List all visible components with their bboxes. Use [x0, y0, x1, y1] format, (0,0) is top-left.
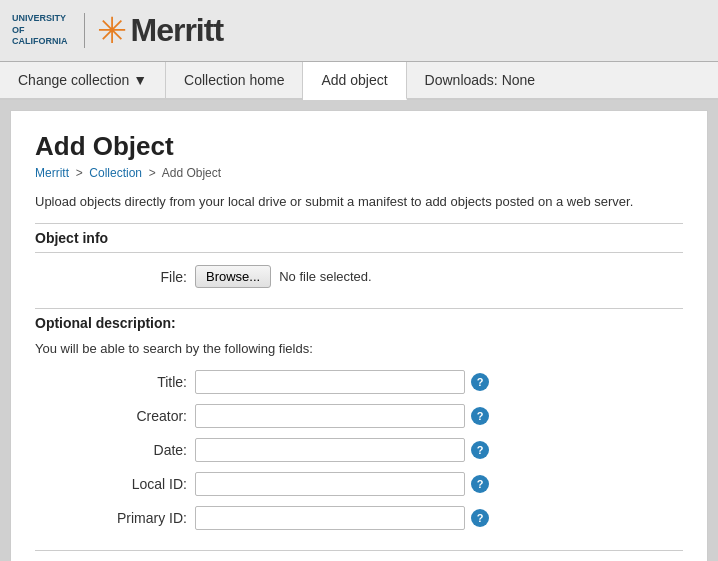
date-field[interactable] [195, 438, 465, 462]
help-icon-title-field[interactable]: ? [471, 373, 489, 391]
no-file-text: No file selected. [279, 269, 372, 284]
uc-text: UNIVERSITY OF CALIFORNIA [12, 13, 68, 48]
form-row-primary-id-field: Primary ID:? [35, 506, 683, 530]
upload-description: Upload objects directly from your local … [35, 194, 683, 209]
search-fields-description: You will be able to search by the follow… [35, 341, 683, 356]
label-local-id-field: Local ID: [35, 476, 195, 492]
merritt-name: Merritt [131, 12, 224, 49]
creator-field[interactable] [195, 404, 465, 428]
breadcrumb-collection-link[interactable]: Collection [89, 166, 142, 180]
form-row-title-field: Title:? [35, 370, 683, 394]
form-row-creator-field: Creator:? [35, 404, 683, 428]
help-icon-primary-id-field[interactable]: ? [471, 509, 489, 527]
label-creator-field: Creator: [35, 408, 195, 424]
form-fields: Title:?Creator:?Date:?Local ID:?Primary … [35, 370, 683, 530]
breadcrumb-merritt-link[interactable]: Merritt [35, 166, 69, 180]
uc-logo: UNIVERSITY OF CALIFORNIA [12, 13, 85, 48]
nav-change-collection[interactable]: Change collection ▼ [0, 62, 166, 98]
file-row: File: Browse... No file selected. [35, 265, 683, 288]
form-row-date-field: Date:? [35, 438, 683, 462]
label-primary-id-field: Primary ID: [35, 510, 195, 526]
page-title: Add Object [35, 131, 683, 162]
object-info-header: Object info [35, 223, 683, 253]
nav-collection-home[interactable]: Collection home [166, 62, 303, 98]
breadcrumb-current: Add Object [162, 166, 221, 180]
form-row-local-id-field: Local ID:? [35, 472, 683, 496]
file-label: File: [35, 269, 195, 285]
main-content: Add Object Merritt > Collection > Add Ob… [10, 110, 708, 561]
optional-description-header: Optional description: [35, 308, 683, 341]
label-date-field: Date: [35, 442, 195, 458]
merritt-star-icon: ✳ [97, 13, 127, 49]
primary-id-field[interactable] [195, 506, 465, 530]
submit-section: Submit [35, 550, 683, 561]
help-icon-date-field[interactable]: ? [471, 441, 489, 459]
local-id-field[interactable] [195, 472, 465, 496]
browse-button[interactable]: Browse... [195, 265, 271, 288]
app-header: UNIVERSITY OF CALIFORNIA ✳ Merritt [0, 0, 718, 62]
help-icon-local-id-field[interactable]: ? [471, 475, 489, 493]
navigation-bar: Change collection ▼ Collection home Add … [0, 62, 718, 100]
title-field[interactable] [195, 370, 465, 394]
label-title-field: Title: [35, 374, 195, 390]
help-icon-creator-field[interactable]: ? [471, 407, 489, 425]
merritt-logo: ✳ Merritt [97, 12, 224, 49]
nav-add-object[interactable]: Add object [303, 62, 406, 100]
breadcrumb: Merritt > Collection > Add Object [35, 166, 683, 180]
nav-downloads[interactable]: Downloads: None [407, 62, 554, 98]
